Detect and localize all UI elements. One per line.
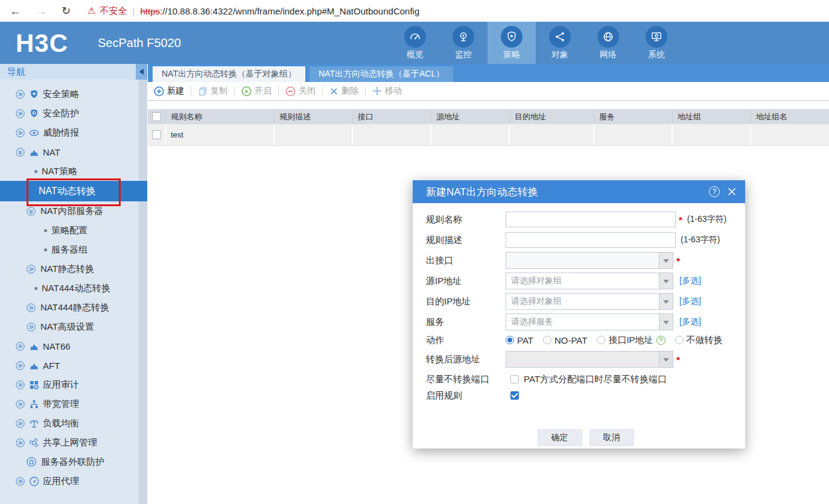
radio-option-nopat[interactable]: NO-PAT (543, 335, 587, 345)
sidebar-collapse-button[interactable] (136, 64, 147, 80)
sidebar-item-server-group[interactable]: 服务器组 (0, 240, 147, 259)
src-ip-select[interactable]: 请选择对象组 (506, 272, 673, 289)
column-header[interactable]: 接口 (353, 109, 431, 124)
nav-item-overview[interactable]: 概览 (391, 22, 439, 64)
chevron-right-circle-icon[interactable] (27, 265, 36, 274)
sidebar-item-bandwidth[interactable]: 带宽管理 (0, 394, 147, 414)
multi-select-link[interactable]: [多选] (679, 296, 701, 307)
rule-desc-input[interactable] (506, 232, 676, 248)
chevron-right-circle-icon[interactable] (27, 303, 36, 312)
help-icon[interactable]: ? (709, 186, 720, 197)
green-help-icon[interactable]: ? (656, 336, 665, 345)
browser-back-icon[interactable]: ← (10, 5, 21, 17)
sidebar-item-shared-internet[interactable]: 共享上网管理 (0, 433, 147, 452)
cancel-button[interactable]: 取消 (589, 429, 634, 446)
chevron-down-icon[interactable] (659, 351, 673, 367)
new-button[interactable]: 新建 (154, 86, 184, 96)
chevron-right-circle-icon[interactable] (16, 361, 25, 370)
address-bar[interactable]: ⚠ 不安全 | https://10.88.8.36:4322/wnm/fram… (87, 5, 419, 17)
chevron-down-icon[interactable] (659, 253, 673, 268)
radio-option-no-translate[interactable]: 不做转换 (675, 335, 723, 346)
sidebar-item-app-proxy[interactable]: 应用代理 (0, 471, 147, 491)
no-port-translate-checkbox[interactable] (510, 375, 519, 383)
chevron-down-circle-icon[interactable] (27, 207, 36, 216)
column-header[interactable]: 地址组 (673, 109, 751, 124)
multi-select-link[interactable]: [多选] (679, 317, 701, 327)
chevron-right-circle-icon[interactable] (16, 109, 25, 118)
chevron-right-circle-icon[interactable] (16, 419, 25, 428)
chevron-right-circle-icon[interactable] (16, 438, 25, 447)
chevron-right-circle-icon[interactable] (16, 342, 25, 351)
translated-src-select[interactable] (506, 351, 673, 368)
chevron-down-icon[interactable] (659, 314, 673, 330)
sidebar-item-aft[interactable]: AFT (0, 356, 147, 375)
column-header[interactable]: 规则描述 (275, 109, 353, 124)
sidebar-item-nat-internal-server[interactable]: NAT内部服务器 (0, 201, 147, 221)
dst-ip-select[interactable]: 请选择对象组 (506, 293, 673, 310)
sidebar-item-nat-policy[interactable]: NAT策略 (0, 162, 147, 181)
chevron-right-circle-icon[interactable] (16, 380, 25, 389)
chevron-right-circle-icon[interactable] (16, 477, 25, 486)
column-header[interactable]: 规则名称 (166, 109, 275, 124)
nav-item-objects[interactable]: 对象 (536, 22, 584, 64)
enable-rule-checkbox[interactable] (510, 391, 519, 400)
radio-option-interface-ip[interactable]: 接口IP地址 ? (597, 335, 665, 346)
browser-forward-icon[interactable]: → (36, 5, 47, 17)
copy-button[interactable]: 复制 (198, 86, 227, 96)
nav-item-monitor[interactable]: 监控 (439, 22, 488, 64)
delete-button[interactable]: 删除 (329, 86, 358, 96)
radio-option-pat[interactable]: PAT (506, 335, 533, 345)
select-all-checkbox[interactable] (152, 112, 161, 121)
rule-name-input[interactable] (506, 212, 676, 227)
move-button[interactable]: 移动 (372, 86, 402, 96)
service-select[interactable]: 请选择服务 (506, 313, 673, 330)
dialog-body: 规则名称 * (1-63字符) 规则描述 (1-63字符) 出接口 * 源IP地… (413, 203, 745, 446)
tab-nat-outbound-objectgroup[interactable]: NAT出方向动态转换（基于对象组） (153, 66, 305, 82)
tab-nat-outbound-acl[interactable]: NAT出方向动态转换（基于ACL） (310, 66, 453, 82)
row-checkbox[interactable] (152, 130, 161, 139)
close-icon[interactable] (727, 187, 737, 197)
chevron-down-icon[interactable] (659, 294, 673, 309)
sidebar-item-nat444-static[interactable]: NAT444静态转换 (0, 298, 147, 317)
chevron-right-circle-icon[interactable] (16, 400, 25, 409)
sidebar-item-policy-config[interactable]: 策略配置 (0, 221, 147, 240)
sidebar-item-nat-static[interactable]: NAT静态转换 (0, 259, 147, 279)
multi-select-link[interactable]: [多选] (679, 276, 701, 286)
sidebar-item-threat-intel[interactable]: 威胁情报 (0, 123, 147, 142)
sidebar-item-app-audit[interactable]: 应用审计 (0, 375, 147, 394)
radio-icon[interactable] (675, 336, 684, 344)
column-header[interactable]: 目的地址 (510, 109, 594, 124)
column-header[interactable]: 源地址 (431, 109, 510, 124)
field-label-enable-rule: 启用规则 (426, 390, 506, 402)
nav-item-policy[interactable]: 策略 (488, 22, 536, 64)
radio-icon[interactable] (597, 336, 605, 344)
column-header[interactable]: 地址组名 (751, 109, 829, 124)
sidebar-item-nat66[interactable]: NAT66 (0, 336, 147, 356)
radio-icon[interactable] (543, 336, 551, 344)
chevron-down-icon[interactable] (659, 273, 673, 289)
sidebar-item-nat[interactable]: NAT (0, 142, 147, 162)
column-header[interactable]: 服务 (594, 109, 673, 124)
sidebar-item-nat444-dynamic[interactable]: NAT444动态转换 (0, 279, 147, 298)
sidebar-item-security-protection[interactable]: 安全防护 (0, 104, 147, 123)
sidebar-item-nat-dynamic[interactable]: NAT动态转换 (0, 181, 147, 201)
ok-button[interactable]: 确定 (538, 429, 582, 446)
minus-circle-icon (285, 86, 296, 96)
table-row[interactable]: test (148, 124, 829, 146)
chevron-right-circle-icon[interactable] (27, 323, 36, 332)
disable-button[interactable]: 关闭 (285, 86, 316, 96)
nav-item-system[interactable]: 系统 (632, 22, 681, 64)
out-interface-select[interactable] (506, 252, 673, 269)
enable-button[interactable]: 开启 (241, 86, 272, 96)
sidebar-item-server-outreach[interactable]: 服务器外联防护 (0, 452, 147, 471)
sidebar-item-load-balance[interactable]: 负载均衡 (0, 414, 147, 433)
chevron-down-circle-icon[interactable] (16, 148, 25, 157)
browser-reload-icon[interactable]: ↻ (62, 5, 71, 16)
chevron-right-circle-icon[interactable] (16, 90, 25, 99)
sidebar-item-nat-advanced[interactable]: NAT高级设置 (0, 317, 147, 336)
enable-button-label: 开启 (255, 86, 272, 96)
chevron-right-circle-icon[interactable] (16, 128, 25, 137)
radio-selected-icon[interactable] (506, 336, 514, 344)
nav-item-network[interactable]: 网络 (584, 22, 632, 64)
sidebar-item-security-policy[interactable]: 安全策略 (0, 84, 147, 104)
